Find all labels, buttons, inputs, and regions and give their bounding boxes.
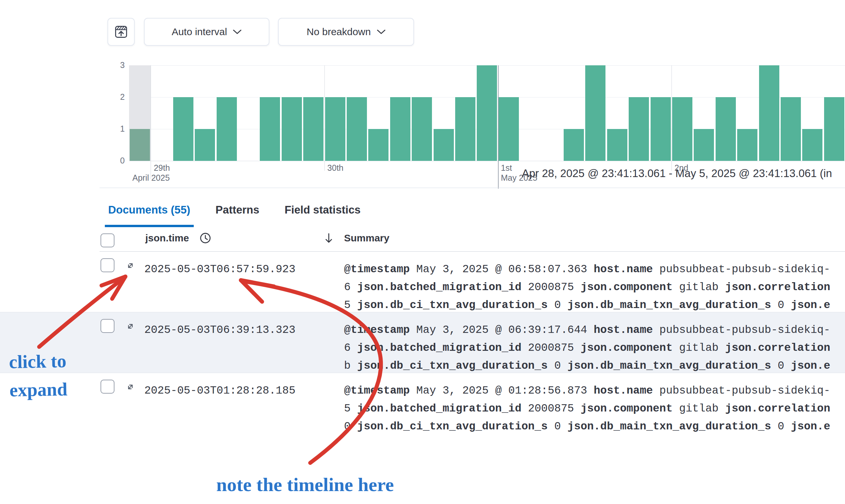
discover-page: Auto interval No breakdown 0123 29thApri… bbox=[0, 0, 845, 504]
clock-icon bbox=[199, 232, 212, 245]
x-tick-label: 29th bbox=[154, 163, 170, 173]
histogram-bar[interactable] bbox=[629, 97, 649, 161]
histogram-bar[interactable] bbox=[737, 129, 757, 161]
histogram-bar[interactable] bbox=[499, 97, 519, 161]
histogram-bar[interactable] bbox=[195, 129, 215, 161]
document-timestamp: 2025-05-03T06:57:59.923 bbox=[144, 260, 295, 278]
breakdown-dropdown-label: No breakdown bbox=[306, 26, 371, 37]
interval-dropdown[interactable]: Auto interval bbox=[144, 18, 269, 46]
histogram-bar[interactable] bbox=[824, 97, 844, 161]
histogram-bar[interactable] bbox=[802, 129, 823, 161]
section-divider bbox=[100, 188, 845, 188]
histogram-bar[interactable] bbox=[260, 97, 280, 161]
document-summary: @timestamp May 3, 2025 @ 01:28:56.873 ho… bbox=[344, 382, 845, 432]
chevron-down-icon bbox=[377, 30, 386, 35]
histogram-bar[interactable] bbox=[585, 65, 605, 161]
histogram-bar[interactable] bbox=[368, 129, 388, 161]
document-summary: @timestamp May 3, 2025 @ 06:39:17.644 ho… bbox=[344, 321, 845, 375]
row-checkbox[interactable] bbox=[101, 380, 115, 394]
document-timestamp: 2025-05-03T01:28:28.185 bbox=[144, 382, 295, 400]
document-summary: @timestamp May 3, 2025 @ 06:58:07.363 ho… bbox=[344, 260, 845, 314]
histogram-bar[interactable] bbox=[716, 97, 736, 161]
expand-document-icon[interactable] bbox=[124, 381, 136, 393]
histogram-bar[interactable] bbox=[781, 97, 801, 161]
expand-document-icon[interactable] bbox=[124, 320, 136, 332]
row-checkbox[interactable] bbox=[101, 319, 115, 333]
histogram-bar[interactable] bbox=[347, 97, 367, 161]
tabs: Documents (55)PatternsField statistics bbox=[105, 202, 364, 227]
x-tick-sublabel: April 2025 bbox=[133, 173, 170, 183]
histogram-bar[interactable] bbox=[173, 97, 193, 161]
expand-document-icon[interactable] bbox=[124, 259, 136, 272]
histogram-bar[interactable] bbox=[477, 65, 497, 161]
y-tick-label: 0 bbox=[106, 156, 125, 165]
chart-collapse-icon bbox=[113, 24, 129, 39]
histogram-bar[interactable] bbox=[694, 129, 714, 161]
y-tick-label: 1 bbox=[106, 124, 125, 133]
row-checkbox[interactable] bbox=[101, 258, 115, 272]
chevron-down-icon bbox=[233, 30, 242, 35]
histogram-bar[interactable] bbox=[455, 97, 475, 161]
time-column-header[interactable]: json.time bbox=[145, 232, 189, 244]
histogram-bar[interactable] bbox=[282, 97, 302, 161]
table-header: json.time Summary bbox=[0, 224, 845, 251]
table-row: 2025-05-03T06:57:59.923@timestamp May 3,… bbox=[0, 252, 845, 312]
x-tick-gridline bbox=[324, 65, 325, 171]
time-range-caption: Apr 28, 2025 @ 23:41:13.061 - May 5, 202… bbox=[522, 167, 832, 180]
histogram-bar[interactable] bbox=[303, 97, 323, 161]
table-row: 2025-05-03T01:28:28.185@timestamp May 3,… bbox=[0, 373, 845, 432]
histogram-bar[interactable] bbox=[130, 129, 150, 161]
summary-column-header: Summary bbox=[344, 232, 389, 244]
tab-patterns[interactable]: Patterns bbox=[212, 202, 263, 227]
annotation-note-timeline: note the timeline here bbox=[216, 473, 394, 496]
histogram-bar[interactable] bbox=[759, 65, 779, 161]
tab-documents-55[interactable]: Documents (55) bbox=[105, 202, 194, 227]
x-tick-gridline bbox=[498, 65, 499, 189]
histogram-bar[interactable] bbox=[390, 97, 410, 161]
select-all-checkbox[interactable] bbox=[101, 233, 115, 247]
y-tick-label: 2 bbox=[106, 92, 125, 102]
x-tick-label: 1st bbox=[501, 163, 512, 173]
histogram-bar[interactable] bbox=[325, 97, 345, 161]
annotation-click-to-expand: click to expand bbox=[9, 347, 68, 404]
x-tick-label: 30th bbox=[328, 163, 344, 173]
document-timestamp: 2025-05-03T06:39:13.323 bbox=[144, 321, 295, 339]
sort-descending-icon[interactable] bbox=[322, 232, 335, 245]
chart-options-button[interactable] bbox=[107, 18, 135, 46]
breakdown-dropdown[interactable]: No breakdown bbox=[278, 18, 414, 46]
x-tick-gridline bbox=[671, 65, 672, 171]
histogram-bar[interactable] bbox=[564, 129, 584, 161]
y-tick-label: 3 bbox=[106, 60, 125, 70]
table-row: 2025-05-03T06:39:13.323@timestamp May 3,… bbox=[0, 312, 845, 373]
histogram-bar[interactable] bbox=[412, 97, 432, 161]
interval-dropdown-label: Auto interval bbox=[172, 26, 227, 37]
histogram-bar[interactable] bbox=[651, 97, 671, 161]
x-tick-gridline bbox=[151, 65, 151, 179]
histogram-bar[interactable] bbox=[607, 129, 627, 161]
histogram-bar[interactable] bbox=[217, 97, 237, 161]
documents-table: 2025-05-03T06:57:59.923@timestamp May 3,… bbox=[0, 252, 845, 432]
histogram-bar[interactable] bbox=[434, 129, 454, 161]
histogram-plot[interactable] bbox=[129, 65, 845, 161]
tab-field-statistics[interactable]: Field statistics bbox=[281, 202, 364, 227]
histogram-bar[interactable] bbox=[672, 97, 692, 161]
